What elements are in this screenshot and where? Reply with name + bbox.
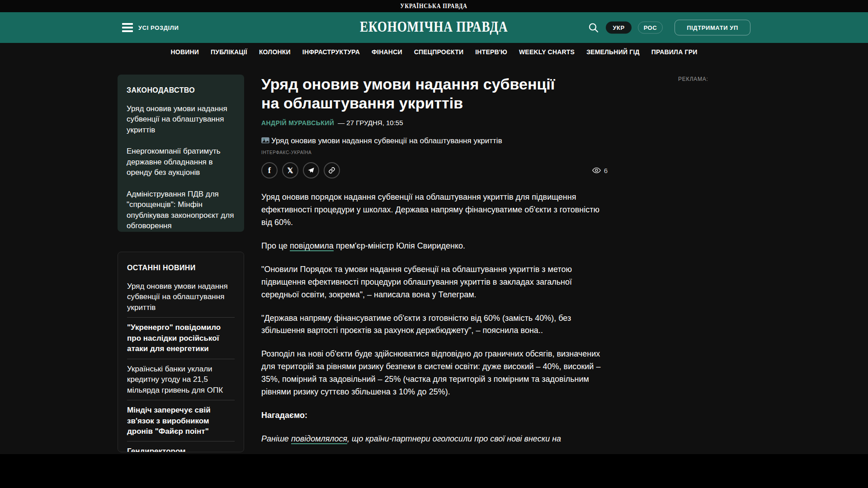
article-title: Уряд оновив умови надання субвенції на о… <box>261 75 608 113</box>
search-icon[interactable] <box>588 22 599 33</box>
top-brand-bar: УКРАЇНСЬКА ПРАВДА <box>0 0 868 12</box>
legislation-box: ЗАКОНОДАВСТВО Уряд оновив умови надання … <box>118 75 244 232</box>
share-x-twitter-icon[interactable]: 𝕏 <box>282 162 298 178</box>
main-nav: НОВИНИПУБЛІКАЦІЇКОЛОНКИІНФРАСТРУКТУРАФІН… <box>0 43 868 61</box>
divider <box>127 400 235 400</box>
image-alt-text: Уряд оновив умови надання субвенції на о… <box>271 136 502 145</box>
page: УКРАЇНСЬКА ПРАВДА УСІ РОЗДІЛИ ЕКОНОМІЧНА… <box>0 0 868 488</box>
nav-item[interactable]: WEEKLY CHARTS <box>519 48 575 56</box>
article-image-placeholder: Уряд оновив умови надання субвенції на о… <box>261 136 608 145</box>
divider <box>127 441 235 441</box>
content-area: ЗАКОНОДАВСТВО Уряд оновив умови надання … <box>0 61 868 454</box>
article-paragraph: "Держава напряму фінансуватиме об'єкти з… <box>261 312 608 338</box>
share-row: f 𝕏 <box>261 162 608 178</box>
nav-item[interactable]: НОВИНИ <box>170 48 199 56</box>
article-paragraph: Про це повідомила прем'єр-міністр Юлія С… <box>261 240 608 253</box>
sidebar-news-link[interactable]: Енергокомпанії братимуть державне обладн… <box>127 146 235 178</box>
nav-item[interactable]: ФІНАНСИ <box>372 48 402 56</box>
sidebar-news-link[interactable]: Українські банки уклали кредитну угоду н… <box>127 364 235 395</box>
share-facebook-icon[interactable]: f <box>261 162 278 178</box>
sidebar-news-link[interactable]: Міндіч заперечує свій зв'язок з виробник… <box>127 405 235 436</box>
sidebar-news-link[interactable]: Уряд оновив умови надання субвенції на о… <box>127 103 235 135</box>
article-paragraph: Нагадаємо: <box>261 409 608 422</box>
share-telegram-icon[interactable] <box>303 162 319 178</box>
sidebar-news-link[interactable]: "Укренерго" повідомило про наслідки росі… <box>127 322 235 354</box>
support-up-button[interactable]: ПІДТРИМАТИ УП <box>675 20 750 36</box>
lang-ukr-toggle[interactable]: УКР <box>606 22 631 34</box>
article-paragraph: Раніше повідомлялося, що країни-партнери… <box>261 433 608 446</box>
article: Уряд оновив умови надання субвенції на о… <box>261 61 608 456</box>
image-credit: ІНТЕРФАКС-УКРАЇНА <box>261 150 608 155</box>
byline: АНДРІЙ МУРАВСЬКИЙ — 27 ГРУДНЯ, 10:55 <box>261 119 608 127</box>
author-link[interactable]: АНДРІЙ МУРАВСЬКИЙ <box>261 119 334 127</box>
sidebar-news-link[interactable]: Адміністрування ПДВ для "спрощенців": Мі… <box>127 189 235 231</box>
copy-link-icon[interactable] <box>324 162 340 178</box>
nav-item[interactable]: ІНФРАСТРУКТУРА <box>302 48 360 56</box>
divider <box>127 359 235 359</box>
publish-date: — 27 ГРУДНЯ, 10:55 <box>338 119 403 127</box>
masthead-logo[interactable]: ЕКОНОМІЧНА ПРАВДА <box>360 18 508 35</box>
ad-label: РЕКЛАМА: <box>678 76 708 82</box>
nav-item[interactable]: ПУБЛІКАЦІЇ <box>211 48 247 56</box>
latest-news-box: ОСТАННІ НОВИНИ Уряд оновив умови надання… <box>118 252 244 452</box>
divider <box>127 317 235 318</box>
inline-link[interactable]: повідомила <box>290 241 334 251</box>
nav-item[interactable]: ЗЕМЕЛЬНИЙ ГІД <box>586 48 640 56</box>
latest-news-title: ОСТАННІ НОВИНИ <box>127 264 235 272</box>
site-header: УСІ РОЗДІЛИ ЕКОНОМІЧНА ПРАВДА УКР РОС ПІ… <box>0 12 868 43</box>
eye-icon <box>592 167 601 174</box>
legislation-title: ЗАКОНОДАВСТВО <box>127 86 235 94</box>
broken-image-icon <box>261 137 269 145</box>
sidebar-news-link[interactable]: Гендиректором "Укргідроенерго" обрано <box>127 446 235 452</box>
article-paragraph: Уряд оновив порядок надання субвенції на… <box>261 191 608 229</box>
article-paragraph: "Оновили Порядок та умови надання субвен… <box>261 263 608 301</box>
nav-item[interactable]: ПРАВИЛА ГРИ <box>651 48 698 56</box>
inline-link[interactable]: повідомлялося <box>291 434 347 444</box>
article-paragraph: Розподіл на нові об'єкти буде здійснюват… <box>261 348 608 399</box>
nav-item[interactable]: ІНТЕРВ'Ю <box>475 48 507 56</box>
footer-space <box>0 454 868 488</box>
lang-ros-toggle[interactable]: РОС <box>638 22 663 34</box>
nav-item[interactable]: КОЛОНКИ <box>259 48 291 56</box>
ukrainska-pravda-link[interactable]: УКРАЇНСЬКА ПРАВДА <box>401 2 467 10</box>
views-count: 6 <box>604 167 608 174</box>
sidebar-news-link[interactable]: Уряд оновив умови надання субвенції на о… <box>127 281 235 313</box>
views-counter: 6 <box>592 167 608 174</box>
nav-item[interactable]: СПЕЦПРОЄКТИ <box>414 48 464 56</box>
